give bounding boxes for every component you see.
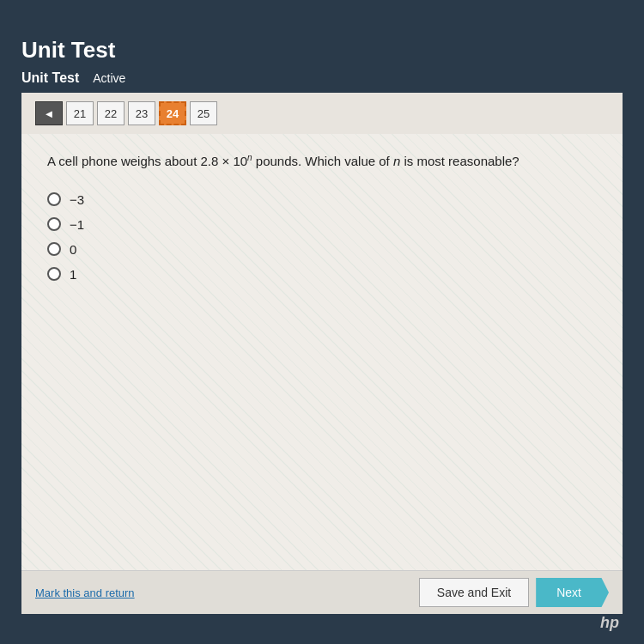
- save-exit-button[interactable]: Save and Exit: [419, 578, 529, 607]
- mark-return-link[interactable]: Mark this and return: [35, 586, 135, 599]
- option-label-neg3: −3: [70, 192, 84, 207]
- footer-buttons: Save and Exit Next: [419, 578, 609, 607]
- main-content: ◄ 21 22 23 24 25 A cell phone weighs abo…: [21, 93, 623, 614]
- option-label-1: 1: [70, 267, 76, 282]
- status-badge: Active: [93, 71, 125, 85]
- question-text: A cell phone weighs about 2.8 × 10n poun…: [47, 151, 597, 172]
- pagination-bar: ◄ 21 22 23 24 25: [21, 93, 623, 134]
- radio-option-neg3[interactable]: [47, 192, 61, 206]
- page-23-button[interactable]: 23: [128, 101, 155, 125]
- page-24-button[interactable]: 24: [159, 101, 186, 125]
- footer-bar: Mark this and return Save and Exit Next: [21, 570, 623, 614]
- radio-option-neg1[interactable]: [47, 217, 61, 231]
- radio-option-1[interactable]: [47, 267, 61, 281]
- list-item[interactable]: 1: [47, 267, 597, 282]
- radio-option-0[interactable]: [47, 242, 61, 256]
- next-button[interactable]: Next: [536, 578, 609, 607]
- option-label-0: 0: [70, 242, 76, 257]
- question-area: A cell phone weighs about 2.8 × 10n poun…: [21, 134, 623, 570]
- page-21-button[interactable]: 21: [66, 101, 94, 125]
- options-list: −3 −1 0 1: [47, 192, 597, 282]
- page-25-button[interactable]: 25: [190, 101, 217, 125]
- test-name-label: Unit Test: [21, 70, 79, 86]
- page-prev-button[interactable]: ◄: [35, 101, 63, 125]
- list-item[interactable]: −3: [47, 192, 597, 207]
- page-22-button[interactable]: 22: [97, 101, 125, 125]
- page-title: Unit Test: [21, 30, 623, 67]
- list-item[interactable]: −1: [47, 217, 597, 232]
- option-label-neg1: −1: [70, 217, 84, 232]
- hp-logo: hp: [592, 610, 627, 635]
- list-item[interactable]: 0: [47, 242, 597, 257]
